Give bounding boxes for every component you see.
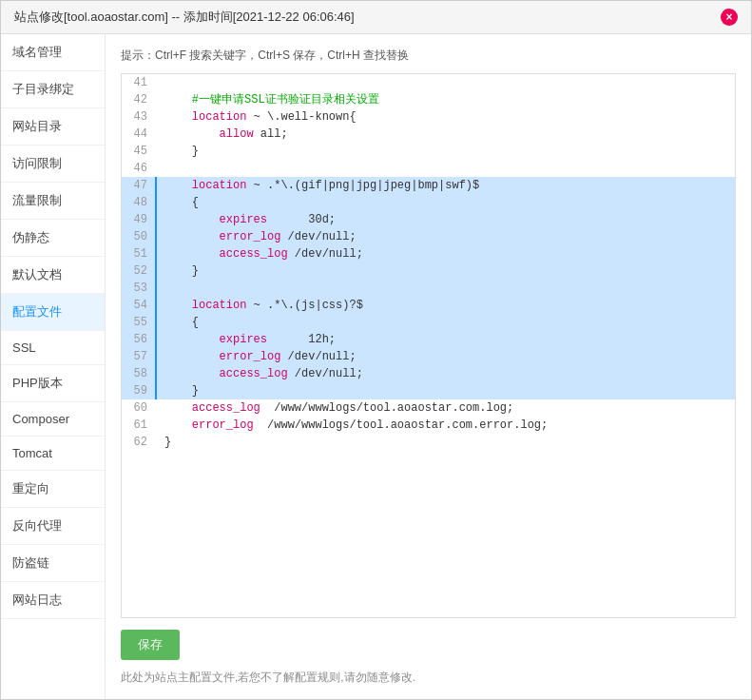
sidebar-item-Composer[interactable]: Composer (1, 402, 105, 437)
code-text (156, 74, 735, 91)
line-number: 62 (122, 434, 156, 451)
line-number: 41 (122, 74, 156, 91)
code-text: error_log /www/wwwlogs/tool.aoaostar.com… (156, 417, 735, 434)
sidebar-item-反向代理[interactable]: 反向代理 (1, 508, 105, 545)
sidebar: 域名管理子目录绑定网站目录访问限制流量限制伪静态默认文档配置文件SSLPHP版本… (1, 34, 106, 699)
code-text (156, 280, 735, 297)
line-number: 48 (122, 194, 156, 211)
sidebar-item-Tomcat[interactable]: Tomcat (1, 437, 105, 471)
sidebar-item-防盗链[interactable]: 防盗链 (1, 545, 105, 582)
code-line-row: 54 location ~ .*\.(js|css)?$ (122, 297, 735, 314)
line-number: 59 (122, 382, 156, 399)
code-line-row: 48 { (122, 194, 735, 211)
code-line-row: 51 access_log /dev/null; (122, 245, 735, 262)
line-number: 56 (122, 331, 156, 348)
main-content: 提示：Ctrl+F 搜索关键字，Ctrl+S 保存，Ctrl+H 查找替换 41… (106, 34, 751, 699)
line-number: 60 (122, 399, 156, 417)
code-line-row: 42 #一键申请SSL证书验证目录相关设置 (122, 91, 735, 108)
code-text: allow all; (156, 126, 735, 143)
code-text: error_log /dev/null; (156, 228, 735, 245)
line-number: 50 (122, 228, 156, 245)
sidebar-item-网站目录[interactable]: 网站目录 (1, 108, 105, 146)
code-line-row: 57 error_log /dev/null; (122, 348, 735, 365)
sidebar-item-伪静态[interactable]: 伪静态 (1, 220, 105, 257)
save-button[interactable]: 保存 (121, 630, 180, 660)
sidebar-item-流量限制[interactable]: 流量限制 (1, 183, 105, 220)
code-line-row: 45 } (122, 143, 735, 160)
modal-window: 站点修改[tool.aoaostar.com] -- 添加时间[2021-12-… (0, 0, 752, 700)
line-number: 44 (122, 126, 156, 143)
line-number: 61 (122, 417, 156, 434)
modal-body: 域名管理子目录绑定网站目录访问限制流量限制伪静态默认文档配置文件SSLPHP版本… (1, 34, 751, 699)
code-text: } (156, 262, 735, 280)
code-text: #一键申请SSL证书验证目录相关设置 (156, 91, 735, 108)
sidebar-item-重定向[interactable]: 重定向 (1, 471, 105, 508)
line-number: 58 (122, 365, 156, 382)
code-text: location ~ .*\.(gif|png|jpg|jpeg|bmp|swf… (156, 177, 735, 194)
code-text: expires 12h; (156, 331, 735, 348)
line-number: 49 (122, 211, 156, 228)
code-text: { (156, 194, 735, 211)
code-line-row: 44 allow all; (122, 126, 735, 143)
sidebar-item-域名管理[interactable]: 域名管理 (1, 34, 105, 71)
line-number: 45 (122, 143, 156, 160)
code-text: access_log /www/wwwlogs/tool.aoaostar.co… (156, 399, 735, 417)
code-line-row: 47 location ~ .*\.(gif|png|jpg|jpeg|bmp|… (122, 177, 735, 194)
code-editor[interactable]: 4142 #一键申请SSL证书验证目录相关设置43 location ~ \.w… (121, 73, 736, 618)
line-number: 47 (122, 177, 156, 194)
code-text (156, 160, 735, 177)
code-line-row: 46 (122, 160, 735, 177)
line-number: 53 (122, 280, 156, 297)
sidebar-item-SSL[interactable]: SSL (1, 331, 105, 365)
sidebar-item-默认文档[interactable]: 默认文档 (1, 257, 105, 294)
code-line-row: 50 error_log /dev/null; (122, 228, 735, 245)
code-line-row: 60 access_log /www/wwwlogs/tool.aoaostar… (122, 399, 735, 417)
code-line-row: 58 access_log /dev/null; (122, 365, 735, 382)
sidebar-item-访问限制[interactable]: 访问限制 (1, 146, 105, 183)
code-line-row: 43 location ~ \.well-known{ (122, 108, 735, 126)
code-text: access_log /dev/null; (156, 365, 735, 382)
line-number: 46 (122, 160, 156, 177)
line-number: 43 (122, 108, 156, 126)
line-number: 51 (122, 245, 156, 262)
sidebar-item-配置文件[interactable]: 配置文件 (1, 294, 105, 331)
sidebar-item-网站日志[interactable]: 网站日志 (1, 582, 105, 619)
code-text: { (156, 314, 735, 331)
code-text: } (156, 143, 735, 160)
code-line-row: 53 (122, 280, 735, 297)
code-text: } (156, 434, 735, 451)
code-line-row: 61 error_log /www/wwwlogs/tool.aoaostar.… (122, 417, 735, 434)
code-text: error_log /dev/null; (156, 348, 735, 365)
line-number: 52 (122, 262, 156, 280)
code-text: } (156, 382, 735, 399)
line-number: 42 (122, 91, 156, 108)
close-button[interactable]: × (721, 9, 738, 26)
code-line-row: 55 { (122, 314, 735, 331)
line-number: 54 (122, 297, 156, 314)
code-line-row: 49 expires 30d; (122, 211, 735, 228)
footer-hint: 此处为站点主配置文件,若您不了解配置规则,请勿随意修改. (121, 670, 736, 686)
line-number: 57 (122, 348, 156, 365)
code-text: access_log /dev/null; (156, 245, 735, 262)
code-line-row: 41 (122, 74, 735, 91)
code-line-row: 62} (122, 434, 735, 451)
code-line-row: 59 } (122, 382, 735, 399)
sidebar-item-PHP版本[interactable]: PHP版本 (1, 365, 105, 402)
code-text: expires 30d; (156, 211, 735, 228)
modal-title: 站点修改[tool.aoaostar.com] -- 添加时间[2021-12-… (14, 9, 355, 26)
hint-bar: 提示：Ctrl+F 搜索关键字，Ctrl+S 保存，Ctrl+H 查找替换 (121, 48, 736, 64)
save-section: 保存 (121, 630, 736, 660)
line-number: 55 (122, 314, 156, 331)
code-line-row: 56 expires 12h; (122, 331, 735, 348)
modal-header: 站点修改[tool.aoaostar.com] -- 添加时间[2021-12-… (1, 1, 751, 34)
sidebar-item-子目录绑定[interactable]: 子目录绑定 (1, 71, 105, 108)
code-text: location ~ .*\.(js|css)?$ (156, 297, 735, 314)
code-table: 4142 #一键申请SSL证书验证目录相关设置43 location ~ \.w… (122, 74, 735, 451)
code-line-row: 52 } (122, 262, 735, 280)
code-text: location ~ \.well-known{ (156, 108, 735, 126)
